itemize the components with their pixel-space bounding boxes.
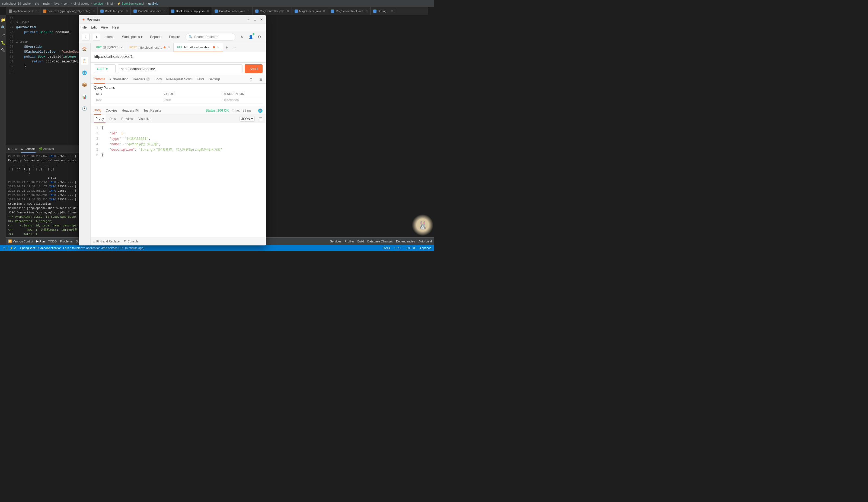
sidebar-history-icon[interactable]: 🕐 xyxy=(81,105,89,112)
close-window-button[interactable]: ✕ xyxy=(259,17,264,22)
close-icon[interactable]: ✕ xyxy=(121,46,123,49)
url-input[interactable] xyxy=(118,64,242,73)
req-tab-settings[interactable]: Settings xyxy=(209,75,220,84)
req-tab-prerequest[interactable]: Pre-request Script xyxy=(166,75,193,84)
close-icon[interactable]: ✕ xyxy=(93,10,95,12)
services-button[interactable]: Services xyxy=(330,240,341,243)
tab-label: MsgController.java xyxy=(260,10,285,13)
forward-button[interactable]: › xyxy=(93,33,100,41)
tab-get-test[interactable]: GET 测试REST ✕ xyxy=(93,43,126,52)
sidebar-monitor-icon[interactable]: 📊 xyxy=(81,93,89,100)
close-icon[interactable]: ✕ xyxy=(247,10,249,12)
explore-button[interactable]: Explore xyxy=(167,34,182,40)
body-tab-preview[interactable]: Preview xyxy=(120,115,135,123)
find-replace-button[interactable]: ⌕ Find and Replace xyxy=(93,240,120,243)
tab-spring[interactable]: Spring... ✕ xyxy=(371,7,396,15)
console-tab[interactable]: ⊡ Console xyxy=(21,145,35,153)
run-button[interactable]: ▶ Run xyxy=(37,240,45,243)
tab-msgcontroller[interactable]: MsgController.java ✕ xyxy=(252,7,292,15)
tab-pom-xml[interactable]: pom.xml (springboot_19_cache) ✕ xyxy=(40,7,98,15)
sidebar-collections-icon[interactable]: 📋 xyxy=(81,57,89,64)
plugins-icon[interactable]: 🔌 xyxy=(1,48,6,53)
body-tab-raw[interactable]: Raw xyxy=(108,115,117,123)
dependencies-button[interactable]: Dependencies xyxy=(396,240,415,243)
add-tab-button[interactable]: + xyxy=(223,43,230,52)
search-sidebar-icon[interactable]: 🔍 xyxy=(1,25,6,30)
tab-bookservice[interactable]: BookService.java ✕ xyxy=(131,7,168,15)
resp-tab-cookies[interactable]: Cookies xyxy=(105,106,117,115)
collapse-icon[interactable]: ⊟ xyxy=(259,77,262,81)
settings-icon[interactable]: ⚙ xyxy=(256,34,262,40)
console-line: 2022-10-21 13:32:12.172 INFO 22552 --- [… xyxy=(8,184,77,189)
db-changes-button[interactable]: Database Changes xyxy=(367,240,393,243)
reports-button[interactable]: Reports xyxy=(148,34,164,40)
settings-gear-icon[interactable]: ⚙ xyxy=(249,77,253,81)
close-icon[interactable]: ✕ xyxy=(163,10,165,12)
param-key-input[interactable]: Key xyxy=(94,97,162,104)
body-tab-visualize[interactable]: Visualize xyxy=(137,115,153,123)
run-label: Run xyxy=(39,240,45,243)
close-icon[interactable]: ✕ xyxy=(217,46,219,49)
debug-icon[interactable]: 🐛 xyxy=(1,40,6,45)
close-icon[interactable]: ✕ xyxy=(168,46,170,49)
vcs-icon[interactable]: ⎇ xyxy=(1,32,6,38)
sidebar-home-icon[interactable]: 🏠 xyxy=(81,45,89,53)
profiler-button[interactable]: Profiler xyxy=(345,240,354,243)
maximize-button[interactable]: □ xyxy=(253,17,257,22)
build-button[interactable]: Build xyxy=(357,240,364,243)
console-footer-button[interactable]: ⊡ Console xyxy=(124,240,138,243)
req-tab-headers[interactable]: Headers 7 xyxy=(133,75,150,84)
sidebar-mock-icon[interactable]: 📦 xyxy=(81,81,89,89)
close-icon[interactable]: ✕ xyxy=(391,10,393,12)
req-tab-tests[interactable]: Tests xyxy=(197,75,204,84)
req-tab-body[interactable]: Body xyxy=(154,75,162,84)
menu-help[interactable]: Help xyxy=(112,26,119,29)
menu-file[interactable]: File xyxy=(81,26,86,29)
close-icon[interactable]: ✕ xyxy=(365,10,368,12)
tab-msgserviceimpl[interactable]: MsgServiceImpl.java ✕ xyxy=(328,7,370,15)
run-tab[interactable]: ▶ Run: xyxy=(8,145,18,153)
menu-view[interactable]: View xyxy=(101,26,108,29)
sync-icon[interactable]: ↻ xyxy=(239,34,245,40)
user-icon[interactable]: 👤 xyxy=(247,34,254,40)
search-box[interactable]: 🔍 Search Postman xyxy=(186,33,236,41)
problems-button[interactable]: Problems xyxy=(60,240,72,243)
param-description-input[interactable]: Description xyxy=(220,97,262,104)
tab-msgservice[interactable]: MsgService.java ✕ xyxy=(292,7,329,15)
tab-get-localhost-books[interactable]: GET http://localhost/bo... ✕ xyxy=(174,43,223,52)
format-selector[interactable]: JSON ▾ xyxy=(239,116,255,122)
req-tab-authorization[interactable]: Authorization xyxy=(109,75,128,84)
resp-tab-body[interactable]: Body xyxy=(94,106,101,115)
breadcrumb-java: java xyxy=(54,2,59,5)
resp-tab-headers[interactable]: Headers 5 xyxy=(122,106,139,115)
auto-build-button[interactable]: Auto-build xyxy=(418,240,432,243)
more-tabs-button[interactable]: ··· xyxy=(230,43,238,52)
version-control-button[interactable]: 🔀 Version Control xyxy=(8,240,33,243)
format-options-icon[interactable]: ☰ xyxy=(259,117,262,121)
tab-bookserviceimpl[interactable]: BookServiceImpl.java ✕ xyxy=(168,7,212,15)
todo-button[interactable]: TODO xyxy=(48,240,57,243)
minimize-button[interactable]: − xyxy=(246,17,251,22)
param-value-input[interactable]: Value xyxy=(162,97,220,104)
body-tab-pretty[interactable]: Pretty xyxy=(94,115,105,123)
tab-post-localhost[interactable]: POST http://localhost/... ✕ xyxy=(126,43,174,52)
sidebar-environments-icon[interactable]: 🌐 xyxy=(81,69,89,77)
home-button[interactable]: Home xyxy=(104,34,117,40)
req-tab-params[interactable]: Params xyxy=(94,75,105,84)
tab-application-yml[interactable]: application.yml ✕ xyxy=(6,7,40,15)
tab-bookcontroller[interactable]: BookController.java ✕ xyxy=(212,7,252,15)
back-button[interactable]: ‹ xyxy=(82,33,90,41)
method-selector[interactable]: GET ▾ xyxy=(94,64,115,73)
close-icon[interactable]: ✕ xyxy=(287,10,289,12)
close-icon[interactable]: ✕ xyxy=(323,10,325,12)
send-button[interactable]: Send xyxy=(245,64,262,73)
project-icon[interactable]: 📁 xyxy=(1,17,6,22)
resp-tab-test-results[interactable]: Test Results xyxy=(144,106,161,115)
close-icon[interactable]: ✕ xyxy=(35,10,38,12)
workspaces-button[interactable]: Workspaces ▾ xyxy=(120,34,145,40)
actuator-tab[interactable]: 🌿 Actuator xyxy=(39,145,54,153)
close-icon[interactable]: ✕ xyxy=(126,10,128,12)
tab-bookdao[interactable]: BookDao.java ✕ xyxy=(98,7,131,15)
close-icon[interactable]: ✕ xyxy=(207,10,209,12)
menu-edit[interactable]: Edit xyxy=(91,26,96,29)
